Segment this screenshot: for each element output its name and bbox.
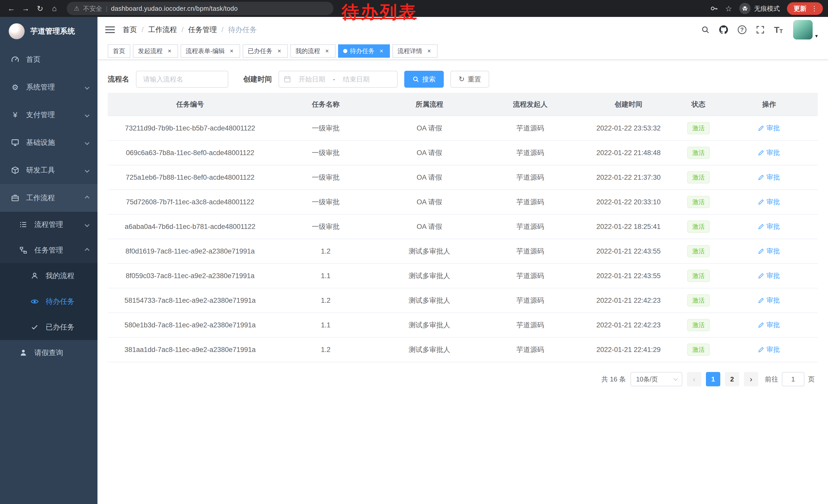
browser-back-icon[interactable]: ← <box>4 1 18 16</box>
approve-link[interactable]: 审批 <box>758 246 780 256</box>
sidebar-item-workflow[interactable]: 工作流程 <box>0 184 97 212</box>
approve-link[interactable]: 审批 <box>758 173 780 182</box>
incognito-badge: 无痕模式 <box>739 3 780 14</box>
start-date-input[interactable] <box>293 75 330 83</box>
approve-link[interactable]: 审批 <box>758 124 780 133</box>
process-name: OA 请假 <box>417 174 442 181</box>
tab-form-edit[interactable]: 流程表单-编辑 × <box>180 44 240 58</box>
status-badge: 激活 <box>687 270 710 282</box>
avatar[interactable] <box>793 20 813 40</box>
column-header-task-name: 任务名称 <box>273 93 379 116</box>
approve-link[interactable]: 审批 <box>758 222 780 231</box>
font-size-icon[interactable]: TT <box>774 26 783 34</box>
goto-page-input[interactable] <box>782 372 804 386</box>
sidebar-item-system[interactable]: ⚙ 系统管理 <box>0 73 97 101</box>
sidebar-item-label: 首页 <box>26 55 41 64</box>
sidebar-item-payment[interactable]: ¥ 支付管理 <box>0 101 97 129</box>
approve-link[interactable]: 审批 <box>758 148 780 157</box>
sidebar-item-process-management[interactable]: 流程管理 <box>0 212 97 237</box>
column-header-task-id: 任务编号 <box>108 93 273 116</box>
goto-suffix: 页 <box>808 375 815 384</box>
table-body: 73211d9d-7b9b-11ec-b5b7-acde48001122 一级审… <box>108 116 818 362</box>
sidebar-item-todo-tasks[interactable]: 待办任务 <box>0 289 97 314</box>
browser-reload-icon[interactable]: ↻ <box>33 1 47 16</box>
approve-link[interactable]: 审批 <box>758 345 780 354</box>
tab-home[interactable]: 首页 <box>108 44 130 58</box>
tab-process-detail[interactable]: 流程详情 × <box>392 44 438 58</box>
approve-link[interactable]: 审批 <box>758 320 780 329</box>
sidebar-item-label: 待办任务 <box>46 296 74 306</box>
browser-forward-icon[interactable]: → <box>18 1 33 16</box>
end-date-input[interactable] <box>338 75 375 83</box>
tabs-bar: 首页 发起流程 × 流程表单-编辑 × 已办任务 × 我的流程 × 待办任务 ×… <box>97 43 828 60</box>
created-time: 2022-01-22 23:53:32 <box>596 124 661 132</box>
tab-close-icon[interactable]: × <box>426 48 432 54</box>
sidebar-toggle-icon[interactable] <box>105 25 115 35</box>
breadcrumb-item-home[interactable]: 首页 <box>123 25 137 35</box>
tab-my-process[interactable]: 我的流程 × <box>290 44 335 58</box>
page-button-2[interactable]: 2 <box>725 372 739 386</box>
task-id: 580e1b3d-7ac8-11ec-a9e2-a2380e71991a <box>124 321 255 329</box>
sidebar-item-leave-query[interactable]: 请假查询 <box>0 340 97 366</box>
github-icon[interactable] <box>719 26 728 34</box>
address-bar[interactable]: ⚠ 不安全 | dashboard.yudao.iocoder.cn/bpm/t… <box>67 2 333 15</box>
approve-link[interactable]: 审批 <box>758 271 780 280</box>
sidebar-item-infrastructure[interactable]: 基础设施 <box>0 129 97 156</box>
date-range-picker[interactable]: - <box>279 71 398 88</box>
browser-menu-icon[interactable]: ⋮ <box>811 5 818 12</box>
gear-icon: ⚙ <box>11 83 19 92</box>
password-key-icon[interactable] <box>710 5 718 12</box>
approve-link[interactable]: 审批 <box>758 296 780 305</box>
tab-start-process[interactable]: 发起流程 × <box>133 44 178 58</box>
help-icon[interactable]: ? <box>738 26 746 34</box>
search-button[interactable]: 搜索 <box>404 71 444 88</box>
reset-button[interactable]: ↻ 重置 <box>450 71 489 88</box>
table-row: 8f0d1619-7ac8-11ec-a9e2-a2380e71991a 1.2… <box>108 239 818 264</box>
sidebar-item-task-management[interactable]: 任务管理 <box>0 237 97 263</box>
column-header-process: 所属流程 <box>379 93 480 116</box>
page-size-select[interactable]: 10条/页 <box>630 372 682 386</box>
tab-close-icon[interactable]: × <box>166 48 173 54</box>
tab-done-tasks[interactable]: 已办任务 × <box>243 44 288 58</box>
update-button[interactable]: 更新 ⋮ <box>787 2 823 15</box>
tab-todo-tasks[interactable]: 待办任务 × <box>338 44 390 58</box>
tab-close-icon[interactable]: × <box>378 48 385 54</box>
search-icon[interactable] <box>701 26 709 34</box>
page-button-1[interactable]: 1 <box>706 372 720 386</box>
app-logo[interactable]: 芋道管理系统 <box>0 17 97 46</box>
column-header-actions: 操作 <box>720 93 818 116</box>
breadcrumb-item-task-management[interactable]: 任务管理 <box>188 25 217 35</box>
approve-link[interactable]: 审批 <box>758 197 780 207</box>
sidebar-item-home[interactable]: 首页 <box>0 46 97 73</box>
sidebar-item-my-process[interactable]: 我的流程 <box>0 263 97 289</box>
user-menu[interactable]: ▾ <box>793 20 818 40</box>
sidebar-item-devtools[interactable]: 研发工具 <box>0 156 97 184</box>
process-name: 测试多审批人 <box>409 272 450 280</box>
chevron-down-icon <box>673 377 678 381</box>
sidebar-item-label: 请假查询 <box>34 348 63 358</box>
prev-page-button[interactable]: ‹ <box>687 372 701 386</box>
bookmark-star-icon[interactable]: ☆ <box>725 4 732 13</box>
process-name-input[interactable] <box>136 71 228 88</box>
next-page-button[interactable]: › <box>744 372 758 386</box>
created-time: 2022-01-21 22:42:23 <box>596 321 661 329</box>
column-header-status: 状态 <box>676 93 720 116</box>
breadcrumb-item-workflow[interactable]: 工作流程 <box>148 25 177 35</box>
tab-close-icon[interactable]: × <box>324 48 330 54</box>
process-name: 测试多审批人 <box>409 247 450 255</box>
incognito-label: 无痕模式 <box>754 4 780 13</box>
fullscreen-icon[interactable] <box>756 26 764 34</box>
pagination: 共 16 条 10条/页 ‹ 1 2 › 前往 页 <box>97 362 828 386</box>
tab-close-icon[interactable]: × <box>228 48 235 54</box>
table-row: 725a1eb6-7b88-11ec-8ef0-acde48001122 一级审… <box>108 165 818 190</box>
table-row: 73211d9d-7b9b-11ec-b5b7-acde48001122 一级审… <box>108 116 818 140</box>
sidebar-item-done-tasks[interactable]: 已办任务 <box>0 314 97 340</box>
created-time: 2022-01-21 22:42:23 <box>596 296 661 304</box>
table-header-row: 任务编号 任务名称 所属流程 流程发起人 创建时间 状态 操作 <box>108 93 818 116</box>
process-name: 测试多审批人 <box>409 296 450 304</box>
browser-home-icon[interactable]: ⌂ <box>47 1 61 16</box>
chevron-down-icon <box>85 112 89 117</box>
process-starter: 芋道源码 <box>516 149 544 156</box>
not-secure-warning-icon: ⚠ <box>74 5 80 12</box>
tab-close-icon[interactable]: × <box>276 48 283 54</box>
